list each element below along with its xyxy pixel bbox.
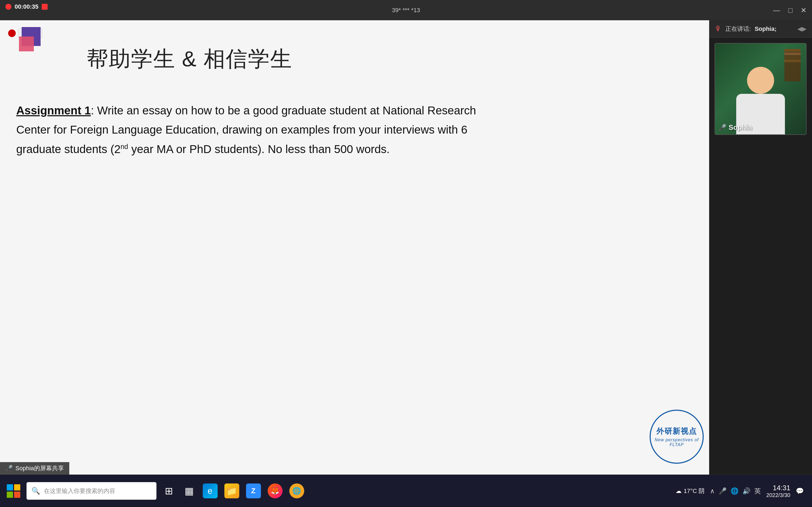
speaker-header: 🎙 正在讲话: Sophia; ◀▶: [709, 20, 812, 38]
slide-body-text2: year MA or PhD students). No less than 5…: [128, 143, 390, 156]
presentation-area: 录制中 帮助学生 & 相信学生 Assignment 1: Write an e…: [0, 20, 709, 474]
notification-icon[interactable]: 💬: [796, 487, 804, 495]
date-text: 2022/3/30: [766, 492, 790, 498]
slide-body-sup: nd: [120, 143, 128, 150]
win-square-4: [14, 492, 20, 498]
minimize-button[interactable]: —: [773, 7, 780, 14]
lang-icon[interactable]: 英: [754, 487, 761, 495]
window-controls: — □ ✕: [773, 7, 807, 14]
watermark-circle: 外研新视点 New perspectives of FLTAP: [650, 410, 704, 464]
speaker-header-label: 正在讲话:: [725, 25, 751, 33]
video-background: [715, 44, 806, 134]
recording-bar: 00:00:35: [0, 0, 81, 13]
taskbar-search-placeholder: 在这里输入你要搜索的内容: [44, 487, 152, 495]
start-button[interactable]: [3, 480, 24, 502]
rec-time: 00:00:35: [15, 3, 39, 10]
close-button[interactable]: ✕: [801, 7, 807, 14]
weather-text: 17°C 阴: [684, 487, 705, 495]
slide-rec-dot-icon: [8, 30, 16, 37]
share-mic-icon: 🎤: [5, 465, 13, 472]
slide: 录制中 帮助学生 & 相信学生 Assignment 1: Write an e…: [0, 20, 709, 474]
rec-stop-icon[interactable]: [42, 4, 48, 10]
taskbar-zoom-app[interactable]: Z: [243, 480, 264, 502]
taskbar-files-app[interactable]: 📁: [221, 480, 243, 502]
taskbar-search-bar[interactable]: 🔍 在这里输入你要搜索的内容: [27, 482, 156, 500]
maximize-button[interactable]: □: [788, 7, 793, 14]
video-panel: 🎤 Sophia: [715, 43, 807, 135]
logo-pink-square: [19, 37, 34, 51]
video-name-text: Sophia: [729, 123, 752, 132]
person-head: [747, 67, 774, 94]
taskbar-app4[interactable]: 🦊: [264, 480, 286, 502]
video-mic-icon: 🎤: [718, 124, 726, 131]
win-square-2: [14, 484, 20, 491]
taskbar-search-icon: 🔍: [32, 487, 40, 495]
screen-share-label: 🎤 Sophia的屏幕共享: [0, 462, 69, 474]
weather-icon: ☁: [675, 488, 681, 495]
task-view-button[interactable]: ⊞: [159, 481, 179, 501]
watermark-cn-text: 外研新视点: [656, 426, 697, 437]
watermark: 外研新视点 New perspectives of FLTAP: [650, 410, 704, 464]
system-tray: ☁ 17°C 阴 ∧ 🎤 🌐 🔊 英 14:31 2022/3/30 💬: [675, 484, 809, 498]
weather-widget[interactable]: ☁ 17°C 阴: [675, 487, 705, 495]
datetime-display[interactable]: 14:31 2022/3/30: [766, 484, 790, 498]
time-text: 14:31: [766, 484, 790, 492]
slide-logo: [19, 27, 49, 51]
watermark-en-text: New perspectives of FLTAP: [651, 438, 703, 447]
zoom-icon: Z: [246, 484, 261, 498]
mic-tray-icon[interactable]: 🎤: [719, 487, 727, 495]
rec-dot-icon: [5, 4, 11, 10]
slide-body: Assignment 1: Write an essay on how to b…: [16, 101, 476, 159]
assignment-label: Assignment 1: [16, 104, 91, 117]
win-square-3: [7, 492, 13, 498]
folder-icon: 📁: [224, 484, 239, 498]
title-bar: 39* *** *13 — □ ✕: [0, 0, 812, 20]
edge-icon: e: [203, 484, 218, 498]
video-label: 🎤 Sophia: [718, 123, 752, 132]
slide-title: 帮助学生 & 相信学生: [87, 45, 292, 74]
sys-tray-icons: ∧ 🎤 🌐 🔊 英: [710, 487, 761, 495]
speaker-icon: 🎙: [715, 24, 722, 33]
taskbar-edge-app[interactable]: e: [199, 480, 221, 502]
right-sidebar: 🎙 正在讲话: Sophia; ◀▶ 🎤 Sophia: [709, 20, 812, 474]
app4-icon: 🦊: [268, 484, 283, 498]
app5-icon: 🌐: [289, 484, 304, 498]
window-title: 39* *** *13: [392, 7, 420, 14]
widgets-button[interactable]: ▦: [179, 481, 199, 501]
task-view-icon: ⊞: [165, 485, 173, 497]
speaker-arrows-icon: ◀▶: [797, 25, 807, 33]
widgets-icon: ▦: [185, 485, 194, 497]
windows-logo-icon: [7, 484, 20, 498]
win-square-1: [7, 484, 13, 491]
network-icon[interactable]: 🌐: [730, 487, 739, 495]
speaker-name-label: Sophia;: [755, 25, 776, 33]
screen-share-text: Sophia的屏幕共享: [15, 464, 64, 472]
taskbar: 🔍 在这里输入你要搜索的内容 ⊞ ▦ e 📁 Z 🦊 🌐: [0, 474, 812, 507]
taskbar-app5[interactable]: 🌐: [286, 480, 307, 502]
chevron-up-icon[interactable]: ∧: [710, 487, 715, 495]
volume-icon[interactable]: 🔊: [743, 487, 751, 495]
